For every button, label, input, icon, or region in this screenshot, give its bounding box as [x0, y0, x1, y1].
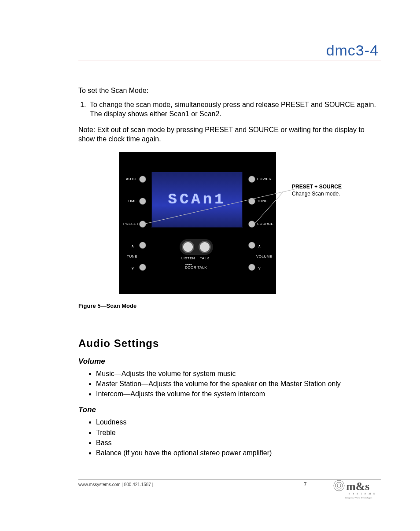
label-power: POWER [257, 177, 272, 182]
intro-text: To set the Scan Mode: [78, 86, 381, 96]
chevron-down-icon: ∨ [258, 266, 261, 271]
label-volume: VOLUME [256, 254, 273, 259]
label-door-talk: DOOR TALK [185, 266, 207, 270]
figure-caption: Figure 5—Scan Mode [78, 302, 381, 310]
list-item: Intercom—Adjusts the volume for the syst… [96, 389, 381, 399]
volume-list: Music—Adjusts the volume for system musi… [78, 369, 381, 399]
product-header: dmc3-4 [78, 42, 381, 60]
button-tune-down[interactable] [139, 264, 146, 271]
label-preset: PRESET [123, 222, 139, 227]
chevron-down-icon: ∨ [131, 266, 134, 271]
button-auto[interactable] [139, 176, 146, 183]
button-power[interactable] [248, 176, 255, 183]
button-talk[interactable] [199, 241, 211, 253]
label-auto: AUTO [126, 177, 136, 182]
brand-logo: m&s S Y S T E M S Integrated Home Techno… [333, 478, 381, 500]
callout-sub: Change Scan mode. [292, 191, 340, 197]
callout-title: PRESET + SOURCE [292, 184, 342, 190]
figure-scan-mode: SCAn1 AUTO TIME PRESET ∧ TUNE ∨ POWER TO… [78, 152, 381, 299]
page-footer: www.mssystems.com | 800.421.1587 | 7 m&s… [78, 479, 381, 487]
listen-talk-group [180, 239, 213, 255]
label-tone: TONE [257, 199, 268, 204]
label-talk: TALK [200, 256, 209, 261]
svg-point-1 [335, 482, 343, 489]
list-item: Music—Adjusts the volume for system musi… [96, 369, 381, 379]
chevron-up-icon: ∧ [258, 243, 261, 249]
svg-text:m&s: m&s [346, 480, 369, 493]
list-item: Balance (if you have the optional stereo… [96, 448, 381, 458]
label-source: SOURCE [257, 222, 273, 227]
button-time[interactable] [139, 198, 146, 205]
svg-text:S Y S T E M S: S Y S T E M S [349, 492, 376, 495]
callout-preset-source: PRESET + SOURCE Change Scan mode. [292, 184, 367, 197]
steps-list: To change the scan mode, simultaneously … [78, 100, 381, 119]
button-tune-up[interactable] [139, 242, 146, 249]
list-item: Bass [96, 438, 381, 448]
tone-list: Loudness Treble Bass Balance (if you hav… [78, 417, 381, 458]
list-item: Loudness [96, 417, 381, 427]
footer-text: www.mssystems.com | 800.421.1587 | [78, 482, 153, 487]
heading-volume: Volume [78, 357, 381, 367]
note-text: Note: Exit out of scan mode by pressing … [78, 125, 381, 144]
list-item: Master Station—Adjusts the volume for th… [96, 379, 381, 389]
step-1: To change the scan mode, simultaneously … [88, 100, 381, 119]
label-time: TIME [128, 199, 137, 204]
button-volume-down[interactable] [248, 264, 255, 271]
label-tune: TUNE [127, 254, 137, 259]
device-panel: SCAn1 AUTO TIME PRESET ∧ TUNE ∨ POWER TO… [119, 152, 276, 294]
svg-point-0 [337, 484, 341, 487]
button-preset[interactable] [139, 221, 146, 228]
button-volume-up[interactable] [248, 242, 255, 249]
button-listen[interactable] [182, 241, 194, 253]
heading-audio-settings: Audio Settings [78, 336, 381, 350]
chevron-up-icon: ∧ [131, 243, 134, 249]
svg-text:Integrated Home Technologies: Integrated Home Technologies [345, 497, 372, 499]
heading-tone: Tone [78, 405, 381, 415]
page-number: 7 [304, 481, 307, 487]
list-item: Treble [96, 428, 381, 438]
